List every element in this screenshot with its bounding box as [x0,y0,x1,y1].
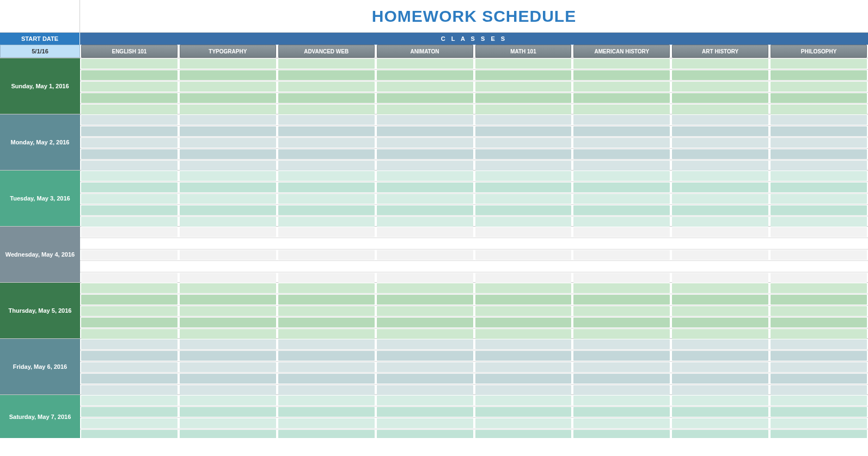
schedule-cell[interactable] [278,418,375,428]
schedule-cell[interactable] [573,217,670,227]
schedule-cell[interactable] [180,93,276,103]
schedule-cell[interactable] [771,407,867,417]
schedule-cell[interactable] [180,82,276,92]
class-header[interactable]: ENGLISH 101 [81,45,178,58]
schedule-cell[interactable] [672,217,768,227]
schedule-cell[interactable] [771,227,867,237]
schedule-cell[interactable] [81,227,178,237]
schedule-cell[interactable] [573,183,670,192]
schedule-cell[interactable] [672,149,768,159]
schedule-cell[interactable] [81,396,178,405]
schedule-cell[interactable] [278,59,375,69]
schedule-cell[interactable] [475,105,572,114]
schedule-cell[interactable] [278,149,375,159]
schedule-cell[interactable] [771,329,867,339]
schedule-cell[interactable] [771,205,867,215]
schedule-cell[interactable] [475,59,572,69]
schedule-cell[interactable] [573,407,670,417]
schedule-cell[interactable] [377,161,473,171]
schedule-cell[interactable] [278,183,375,192]
class-header[interactable]: ANIMATON [377,45,473,58]
schedule-cell[interactable] [180,183,276,192]
schedule-cell[interactable] [377,217,473,227]
schedule-cell[interactable] [475,93,572,103]
schedule-cell[interactable] [475,70,572,80]
schedule-cell[interactable] [771,70,867,80]
class-header[interactable]: AMERICAN HISTORY [573,45,670,58]
schedule-cell[interactable] [278,295,375,305]
schedule-cell[interactable] [475,273,572,283]
schedule-cell[interactable] [672,362,768,372]
schedule-cell[interactable] [672,374,768,384]
schedule-cell[interactable] [475,161,572,171]
schedule-cell[interactable] [81,374,178,384]
schedule-cell[interactable] [573,329,670,339]
schedule-cell[interactable] [180,339,276,349]
schedule-cell[interactable] [672,59,768,69]
schedule-cell[interactable] [475,217,572,227]
schedule-cell[interactable] [771,115,867,125]
schedule-cell[interactable] [278,351,375,361]
schedule-cell[interactable] [672,430,768,438]
schedule-cell[interactable] [81,217,178,227]
schedule-cell[interactable] [573,205,670,215]
schedule-cell[interactable] [771,239,867,248]
schedule-cell[interactable] [475,430,572,438]
schedule-cell[interactable] [180,126,276,136]
schedule-cell[interactable] [278,82,375,92]
schedule-cell[interactable] [81,385,178,395]
schedule-cell[interactable] [180,227,276,237]
schedule-cell[interactable] [672,194,768,204]
schedule-cell[interactable] [278,205,375,215]
schedule-cell[interactable] [573,250,670,260]
schedule-cell[interactable] [672,262,768,271]
schedule-cell[interactable] [377,430,473,438]
schedule-cell[interactable] [672,318,768,327]
schedule-cell[interactable] [81,362,178,372]
schedule-cell[interactable] [377,306,473,316]
schedule-cell[interactable] [672,126,768,136]
schedule-cell[interactable] [377,171,473,181]
schedule-cell[interactable] [771,385,867,395]
schedule-cell[interactable] [377,227,473,237]
schedule-cell[interactable] [278,70,375,80]
schedule-cell[interactable] [475,171,572,181]
schedule-cell[interactable] [180,171,276,181]
schedule-cell[interactable] [180,351,276,361]
schedule-cell[interactable] [573,59,670,69]
schedule-cell[interactable] [771,161,867,171]
schedule-cell[interactable] [180,70,276,80]
schedule-cell[interactable] [278,339,375,349]
schedule-cell[interactable] [81,171,178,181]
class-header[interactable]: TYPOGRAPHY [180,45,276,58]
schedule-cell[interactable] [475,283,572,293]
schedule-cell[interactable] [475,351,572,361]
schedule-cell[interactable] [771,295,867,305]
schedule-cell[interactable] [377,250,473,260]
schedule-cell[interactable] [573,70,670,80]
schedule-cell[interactable] [771,262,867,271]
schedule-cell[interactable] [771,138,867,148]
schedule-cell[interactable] [771,126,867,136]
schedule-cell[interactable] [278,115,375,125]
schedule-cell[interactable] [573,374,670,384]
schedule-cell[interactable] [573,430,670,438]
schedule-cell[interactable] [771,418,867,428]
schedule-cell[interactable] [672,306,768,316]
schedule-cell[interactable] [475,418,572,428]
schedule-cell[interactable] [81,149,178,159]
schedule-cell[interactable] [672,138,768,148]
schedule-cell[interactable] [573,239,670,248]
schedule-cell[interactable] [81,115,178,125]
schedule-cell[interactable] [278,283,375,293]
schedule-cell[interactable] [180,149,276,159]
schedule-cell[interactable] [377,362,473,372]
schedule-cell[interactable] [475,329,572,339]
schedule-cell[interactable] [81,239,178,248]
schedule-cell[interactable] [573,339,670,349]
schedule-cell[interactable] [573,306,670,316]
schedule-cell[interactable] [771,149,867,159]
schedule-cell[interactable] [377,283,473,293]
schedule-cell[interactable] [377,351,473,361]
schedule-cell[interactable] [81,82,178,92]
